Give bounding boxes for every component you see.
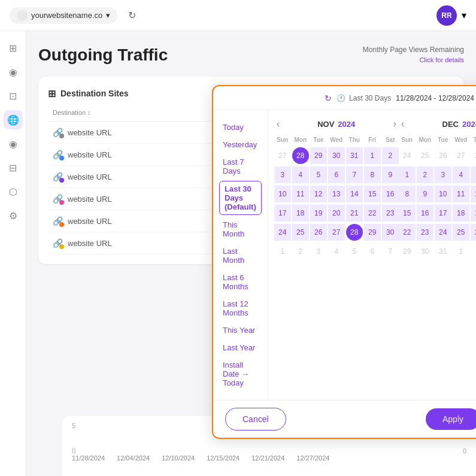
cal-day-1-3[interactable]: 6 [328,166,345,183]
cancel-button[interactable]: Cancel [225,408,286,430]
cal-day-5-6[interactable]: 7 [382,243,399,260]
site-selector[interactable]: yourwebsitename.co ▾ [10,7,117,24]
cal-day-1-1[interactable]: 2 [417,166,433,183]
cal-day-4-1[interactable]: 23 [417,224,433,241]
cal-day-0-1[interactable]: 25 [417,147,433,164]
cal-day-2-0[interactable]: 8 [399,186,416,202]
cal-day-4-5[interactable]: 29 [364,224,381,241]
preset-item-8[interactable]: This Year [213,322,268,339]
cal-day-5-2[interactable]: 31 [435,243,451,260]
cal-day-5-2[interactable]: 3 [310,243,327,260]
cal-day-0-4[interactable]: 31 [346,147,363,164]
cal-day-0-1[interactable]: 28 [292,147,309,164]
cal-day-1-0[interactable]: 3 [274,166,291,183]
dec-prev-button[interactable]: ‹ [401,119,404,129]
cal-day-4-0[interactable]: 22 [399,224,416,241]
cal-day-4-6[interactable]: 30 [382,224,399,241]
cal-day-5-0[interactable]: 29 [399,243,416,260]
cal-day-1-4[interactable]: 5 [471,166,476,183]
cal-day-1-2[interactable]: 5 [310,166,327,183]
cal-day-2-3[interactable]: 11 [453,186,469,202]
nov-next-button[interactable]: › [393,119,396,129]
cal-day-1-1[interactable]: 4 [292,166,309,183]
cal-day-2-1[interactable]: 11 [292,186,309,202]
cal-day-5-0[interactable]: 1 [274,243,291,260]
cal-day-5-4[interactable]: 5 [346,243,363,260]
cal-day-3-3[interactable]: 20 [328,205,345,222]
cal-day-3-3[interactable]: 18 [453,205,469,222]
cal-day-3-0[interactable]: 15 [399,205,416,222]
cal-day-2-1[interactable]: 9 [417,186,433,202]
cal-day-5-1[interactable]: 30 [417,243,433,260]
cal-day-1-6[interactable]: 9 [382,166,399,183]
cal-day-0-3[interactable]: 27 [453,147,469,164]
cal-day-3-2[interactable]: 19 [310,205,327,222]
cal-day-4-3[interactable]: 27 [328,224,345,241]
cal-day-4-4[interactable]: 28 [346,224,363,241]
cal-day-5-3[interactable]: 1 [453,243,469,260]
apply-button[interactable]: Apply [426,408,476,430]
sidebar-item-reports[interactable]: ⊟ [4,158,23,177]
sidebar-item-shop[interactable]: ⊡ [4,86,23,105]
cal-day-1-3[interactable]: 4 [453,166,469,183]
cal-day-1-0[interactable]: 1 [399,166,416,183]
cal-day-1-4[interactable]: 7 [346,166,363,183]
cal-day-3-2[interactable]: 17 [435,205,451,222]
cal-day-0-2[interactable]: 29 [310,147,327,164]
preset-item-0[interactable]: Today [213,119,268,136]
cal-day-4-2[interactable]: 24 [435,224,451,241]
cal-day-5-1[interactable]: 2 [292,243,309,260]
cal-day-0-2[interactable]: 26 [435,147,451,164]
sidebar-item-security[interactable]: ⬡ [4,182,23,201]
cal-day-4-4[interactable]: 26 [471,224,476,241]
cal-day-2-4[interactable]: 14 [346,186,363,202]
sidebar-item-home[interactable]: ⊞ [4,38,23,57]
preset-item-9[interactable]: Last Year [213,339,268,356]
sidebar-item-traffic[interactable]: 🌐 [4,110,23,129]
avatar[interactable]: RR [436,5,457,26]
cal-day-0-6[interactable]: 2 [382,147,399,164]
cal-day-2-6[interactable]: 16 [382,186,399,202]
preset-item-5[interactable]: Last Month [213,242,268,269]
cal-day-2-2[interactable]: 10 [435,186,451,202]
cal-day-3-4[interactable]: 19 [471,205,476,222]
cal-day-5-4[interactable]: 2 [471,243,476,260]
nov-prev-button[interactable]: ‹ [277,119,280,129]
cal-day-2-3[interactable]: 13 [328,186,345,202]
preset-item-6[interactable]: Last 6 Months [213,269,268,295]
cal-day-0-0[interactable]: 24 [399,147,416,164]
sidebar-item-settings[interactable]: ⚙ [4,206,23,225]
cal-day-0-5[interactable]: 1 [364,147,381,164]
preset-item-4[interactable]: This Month [213,216,268,242]
cal-day-5-5[interactable]: 6 [364,243,381,260]
preset-item-2[interactable]: Last 7 Days [213,153,268,180]
cal-day-3-4[interactable]: 21 [346,205,363,222]
cal-day-4-0[interactable]: 24 [274,224,291,241]
cal-day-4-3[interactable]: 25 [453,224,469,241]
cal-day-3-5[interactable]: 22 [364,205,381,222]
cal-day-0-3[interactable]: 30 [328,147,345,164]
preset-item-1[interactable]: Yesterday [213,136,268,153]
cal-day-1-2[interactable]: 3 [435,166,451,183]
cal-day-1-5[interactable]: 8 [364,166,381,183]
sidebar-item-location[interactable]: ◉ [4,134,23,153]
preset-item-10[interactable]: Install Date → Today [213,356,268,392]
cal-day-5-3[interactable]: 4 [328,243,345,260]
refresh-button[interactable]: ↻ [122,6,141,25]
cal-day-3-1[interactable]: 16 [417,205,433,222]
sidebar-item-analytics[interactable]: ◉ [4,62,23,81]
preset-item-7[interactable]: Last 12 Months [213,295,268,322]
cal-day-2-0[interactable]: 10 [274,186,291,202]
cal-day-2-2[interactable]: 12 [310,186,327,202]
cal-day-4-2[interactable]: 26 [310,224,327,241]
monthly-link[interactable]: Click for details [419,56,464,63]
cal-day-3-6[interactable]: 23 [382,205,399,222]
cal-day-3-0[interactable]: 17 [274,205,291,222]
preset-item-3[interactable]: Last 30 Days (Default) [219,181,262,215]
cal-day-2-4[interactable]: 12 [471,186,476,202]
cal-day-2-5[interactable]: 15 [364,186,381,202]
cal-day-3-1[interactable]: 18 [292,205,309,222]
cal-day-0-0[interactable]: 27 [274,147,291,164]
cal-day-4-1[interactable]: 25 [292,224,309,241]
cal-day-0-4[interactable]: 28 [471,147,476,164]
